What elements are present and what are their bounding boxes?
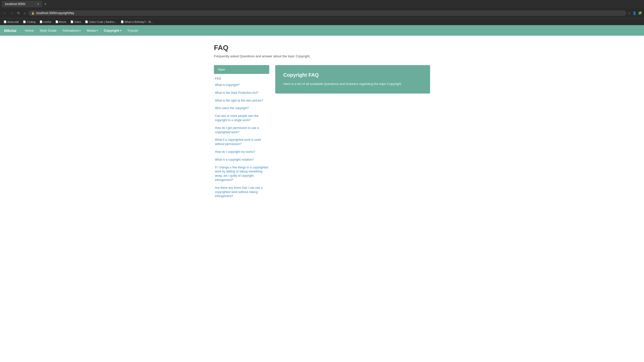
bookmark-birthday[interactable]: 📄 What is Birthday? - Bi... [119,20,155,24]
bookmark-icon: 📄 [39,20,42,23]
faq-card-title: Copyright FAQ [283,72,422,78]
active-tab[interactable]: localhost:3000/ ✕ [2,1,42,7]
chevron-down-icon: ▾ [120,29,121,32]
faq-sidebar: Start FAQ What is copyright? What is the… [214,65,269,200]
bookmark-claim-crate[interactable]: 📄 Claim Crate | Badlon... [83,20,118,24]
bookmarks-bar: 📄 Autocode 📄 Coding 📄 Useful 📄 Movie 📄 V… [0,18,644,25]
sidebar-item-what-is-copyright[interactable]: What is copyright? [214,81,269,89]
bookmark-icon: 📄 [85,20,88,23]
chevron-down-icon: ▾ [97,29,98,32]
sidebar-item-change-things[interactable]: If I change a few things in a copyrighte… [214,164,269,184]
sidebar-item-get-permission[interactable]: How do I get permission to use a copyrig… [214,124,269,136]
bookmark-icon: 📄 [121,20,124,23]
site-brand[interactable]: Nikolai [4,28,16,33]
nav-item-copyright[interactable]: Copyright ▾ [101,27,124,34]
nav-item-style-guide[interactable]: Style Guide [37,27,59,34]
nav-item-tryouts[interactable]: Tryouts [125,27,141,34]
sidebar-item-notation[interactable]: What is a copyright notation? [214,156,269,163]
toolbar-icons: ☆ 👤 🧩 [628,11,642,15]
content-wrap: FAQ Frequently asked Questions and answe… [209,44,435,200]
nav-items: Home Style Guide Animations ▾ Media ▾ Co… [22,27,141,34]
bookmark-icon: 📄 [55,20,58,23]
site-nav: Nikolai Home Style Guide Animations ▾ Me… [0,25,644,36]
sidebar-item-data-protection[interactable]: What is the Data Protection Act? [214,89,269,97]
sidebar-item-who-owns[interactable]: Who owns the copyright? [214,105,269,112]
new-tab-button[interactable]: + [43,1,48,7]
bookmark-icon: 📄 [23,20,26,23]
nav-item-animations[interactable]: Animations ▾ [60,27,83,34]
home-button[interactable]: ⌂ [23,10,27,16]
faq-layout: Start FAQ What is copyright? What is the… [214,65,430,200]
bookmark-useful[interactable]: 📄 Useful [38,20,53,24]
main-content: FAQ Frequently asked Questions and answe… [0,36,644,362]
faq-card: Copyright FAQ Here is a list of all avai… [275,65,430,94]
sidebar-item-use-without-risk[interactable]: Are there any times that I can use a cop… [214,184,269,200]
start-button[interactable]: Start [214,65,269,74]
sidebar-item-without-permission[interactable]: What if a copyrighted work is used witho… [214,136,269,148]
faq-card-text: Here is a list of all available Question… [283,81,422,86]
bookmark-coding[interactable]: 📄 Coding [21,20,37,24]
forward-button[interactable]: → [9,10,15,16]
tab-bar: localhost:3000/ ✕ + [0,0,644,8]
sidebar-section-label: FAQ [214,77,269,80]
sidebar-item-how-copyright[interactable]: How do I copyright my works? [214,148,269,156]
extensions-icon[interactable]: 🧩 [638,11,642,15]
tab-close-button[interactable]: ✕ [37,3,39,6]
browser-chrome: localhost:3000/ ✕ + ← → ↻ ⌂ 🔒 ☆ 👤 🧩 📄 Au… [0,0,644,25]
sidebar-item-right-own-picture[interactable]: What is the right at the own picture? [214,97,269,104]
lock-icon: 🔒 [31,12,35,15]
star-icon[interactable]: ☆ [628,11,631,15]
sidebar-item-two-people[interactable]: Can two or more people own the copyright… [214,112,269,124]
back-button[interactable]: ← [2,10,8,16]
browser-toolbar: ← → ↻ ⌂ 🔒 ☆ 👤 🧩 [0,8,644,18]
page-subtitle: Frequently asked Questions and answer ab… [214,54,430,58]
bookmark-movie[interactable]: 📄 Movie [54,20,68,24]
chevron-down-icon: ▾ [79,29,81,32]
bookmark-icon: 📄 [70,20,73,23]
page-title: FAQ [214,44,430,52]
address-bar-container: 🔒 [28,10,626,16]
bookmark-votes[interactable]: 📄 Votes [69,20,83,24]
profile-icon[interactable]: 👤 [632,11,636,15]
bookmark-autocode[interactable]: 📄 Autocode [2,20,20,24]
nav-item-home[interactable]: Home [22,27,36,34]
tab-title: localhost:3000/ [5,2,25,6]
address-bar[interactable] [36,11,623,15]
nav-item-media[interactable]: Media ▾ [84,27,100,34]
bookmark-icon: 📄 [4,20,7,23]
refresh-button[interactable]: ↻ [16,10,21,16]
